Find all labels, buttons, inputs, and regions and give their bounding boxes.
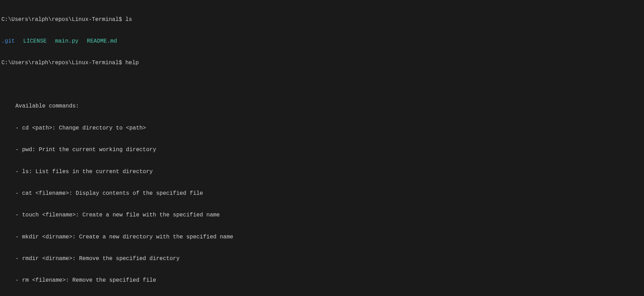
help-item: - rm <filename>: Remove the specified fi… xyxy=(15,277,643,284)
history-line-1: C:\Users\ralph\repos\Linux-Terminal$ ls xyxy=(1,16,643,23)
command-ls: ls xyxy=(125,16,132,23)
help-header: Available commands: xyxy=(15,103,643,110)
help-item: - cd <path>: Change directory to <path> xyxy=(15,125,643,132)
ls-output: .git LICENSE main.py README.md xyxy=(1,38,643,45)
history-line-2: C:\Users\ralph\repos\Linux-Terminal$ hel… xyxy=(1,59,643,67)
ls-item-git: .git xyxy=(1,38,15,45)
help-item: - touch <filename>: Create a new file wi… xyxy=(15,212,643,219)
prompt: C:\Users\ralph\repos\Linux-Terminal$ xyxy=(1,60,125,66)
help-item: - mkdir <dirname>: Create a new director… xyxy=(15,234,643,241)
command-help: help xyxy=(125,60,139,66)
help-item: - cat <filename>: Display contents of th… xyxy=(15,190,643,197)
help-item: - rmdir <dirname>: Remove the specified … xyxy=(15,255,643,262)
help-output: Available commands: - cd <path>: Change … xyxy=(1,88,643,296)
help-item: - ls: List files in the current director… xyxy=(15,168,643,176)
ls-item-readme: README.md xyxy=(87,38,117,45)
prompt: C:\Users\ralph\repos\Linux-Terminal$ xyxy=(1,16,125,23)
help-item: - pwd: Print the current working directo… xyxy=(15,146,643,154)
terminal-output[interactable]: C:\Users\ralph\repos\Linux-Terminal$ ls … xyxy=(1,1,643,296)
ls-item-license: LICENSE xyxy=(23,38,46,45)
ls-item-main: main.py xyxy=(55,38,79,45)
